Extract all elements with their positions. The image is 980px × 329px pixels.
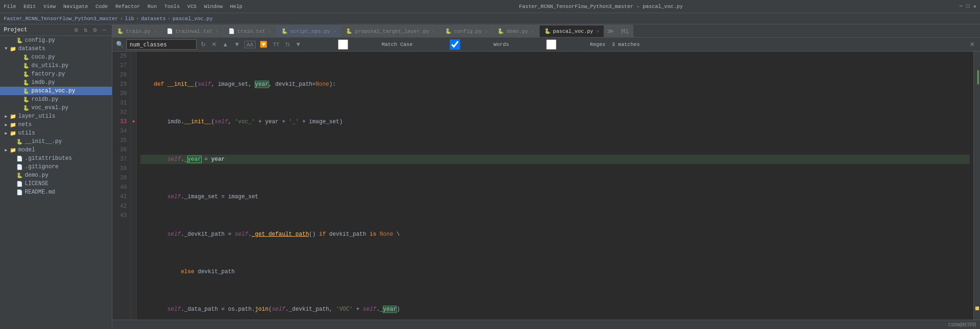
regex-text: Regex [590, 42, 606, 47]
sidebar-item-datasets[interactable]: ▼ 📁 datasets [0, 45, 112, 53]
sidebar-settings-icon[interactable]: ⚙ [73, 26, 80, 34]
search-prev-button[interactable]: ▲ [221, 40, 230, 49]
tab-close-pascal-voc-py[interactable]: ✕ [596, 29, 599, 34]
csdn-watermark: CSDN@程羽明 [948, 322, 976, 328]
search-match-word-button[interactable]: AA [244, 41, 256, 48]
regex-checkbox[interactable] [514, 39, 589, 50]
sidebar-item-demo-py[interactable]: 🐍 demo.py [0, 171, 112, 179]
sidebar-minus-icon[interactable]: ─ [101, 26, 108, 34]
python-file-icon: 🐍 [22, 80, 30, 86]
tab-close-config-py[interactable]: ✕ [485, 29, 488, 34]
search-close-find-button[interactable]: ✕ [210, 40, 218, 49]
sidebar-item-license[interactable]: 📄 LICENSE [0, 179, 112, 188]
search-bar: 🔍 ↻ ✕ ▲ ▼ AA 🔽 TT Tt ▼ Match Case [112, 37, 980, 52]
match-count: 3 matches [612, 42, 640, 47]
close-button[interactable]: ✕ [973, 3, 976, 9]
tab-close-train-py[interactable]: ✕ [154, 29, 157, 34]
file-icon: 📄 [16, 156, 23, 162]
code-line-26: def __init__(self, image_set, year, devk… [140, 80, 970, 89]
sidebar-panel: Project ⚙ ⇅ ⚙ ─ 🐍 config.py ▼ [0, 24, 112, 329]
tab-demo-py[interactable]: 🐍 demo.py ✕ [493, 25, 539, 37]
menu-file[interactable]: File [4, 4, 16, 9]
sidebar-item-model[interactable]: ▶ 📁 model [0, 146, 112, 154]
breadcrumb: Faster_RCNN_TensorFlow_Python3_master › … [0, 13, 980, 24]
tab-close-train-txt[interactable]: ✕ [269, 29, 271, 34]
words-label[interactable]: Words [417, 39, 509, 50]
python-file-icon: 🐍 [22, 63, 30, 69]
tab-close-proposal-target-layer-py[interactable]: ✕ [432, 29, 435, 34]
tab-extra-button[interactable]: Hi [617, 25, 633, 37]
tab-close-script-ops-py[interactable]: ✕ [333, 29, 336, 34]
words-checkbox[interactable] [417, 39, 492, 50]
tab-close-demo-py[interactable]: ✕ [532, 29, 534, 34]
search-filter-button[interactable]: 🔽 [258, 40, 269, 49]
sidebar-item-utils[interactable]: ▶ 📁 utils [0, 129, 112, 137]
regex-label[interactable]: Regex [514, 39, 606, 50]
sidebar-item-ds-utils-py[interactable]: 🐍 ds_utils.py [0, 61, 112, 70]
sidebar-expand-icon[interactable]: ⇅ [82, 26, 89, 34]
menu-vcs[interactable]: VCS [187, 4, 197, 9]
match-case-label[interactable]: Match Case [306, 39, 413, 50]
search-input[interactable] [126, 39, 197, 50]
menu-view[interactable]: View [44, 4, 56, 9]
sidebar-item-roidb-py[interactable]: 🐍 roidb.py [0, 95, 112, 104]
sidebar-item-init-py[interactable]: 🐍 __init__.py [0, 137, 112, 146]
folder-icon: 📁 [9, 46, 17, 52]
tab-pascal-voc-py[interactable]: 🐍 pascal_voc.py ✕ [540, 25, 605, 37]
sidebar-item-factory-py[interactable]: 🐍 factory.py [0, 70, 112, 78]
code-line-29: self._image_set = image_set [140, 192, 970, 202]
tab-close-trainval-txt[interactable]: ✕ [216, 29, 219, 34]
menu-navigate[interactable]: Navigate [63, 4, 88, 9]
search-filter3-button[interactable]: Tt [284, 41, 291, 48]
sidebar-item-pascal-voc-py[interactable]: 🐍 pascal_voc.py [0, 87, 112, 95]
file-icon: 📄 [16, 181, 23, 187]
sidebar-item-gitattributes[interactable]: 📄 .gitattributes [0, 154, 112, 163]
tab-overflow-menu[interactable]: ≫ [604, 25, 617, 37]
tab-proposal-target-layer-py[interactable]: 🐍 proposal_target_layer.py ✕ [341, 25, 440, 37]
menu-help[interactable]: Help [230, 4, 242, 9]
sidebar-item-layer-utils[interactable]: ▶ 📁 layer_utils [0, 112, 112, 120]
search-next-button[interactable]: ▼ [233, 40, 241, 49]
collapsed-arrow-icon: ▶ [3, 148, 9, 153]
menu-edit[interactable]: Edit [23, 4, 36, 9]
minimize-button[interactable]: ─ [959, 3, 963, 9]
match-case-checkbox[interactable] [306, 39, 380, 50]
python-file-icon: 🐍 [22, 71, 30, 77]
tab-config-py[interactable]: 🐍 config.py ✕ [440, 25, 493, 37]
search-filter2-button[interactable]: TT [271, 41, 280, 48]
python-file-icon: 🐍 [22, 88, 30, 94]
sidebar-tree: 🐍 config.py ▼ 📁 datasets 🐍 coco.py [0, 36, 112, 196]
search-filter-icon-button[interactable]: ▼ [294, 40, 303, 49]
tab-script-ops-py[interactable]: 🐍 script_ops.py ✕ [277, 25, 342, 37]
breadcrumb-datasets[interactable]: datasets [141, 16, 166, 22]
sidebar-item-config-py[interactable]: 🐍 config.py [0, 36, 112, 45]
folder-icon: 📁 [9, 122, 17, 128]
python-tab-icon: 🐍 [445, 28, 452, 34]
search-refresh-button[interactable]: ↻ [199, 40, 207, 49]
menu-code[interactable]: Code [95, 4, 108, 9]
menu-tools[interactable]: Tools [164, 4, 180, 9]
sidebar-item-coco-py[interactable]: 🐍 coco.py [0, 53, 112, 61]
error-gutter: ● [131, 52, 137, 320]
sidebar-item-voc-eval-py[interactable]: 🐍 voc_eval.py [0, 104, 112, 112]
sidebar-item-readme[interactable]: 📄 README.md [0, 188, 112, 196]
sidebar-gear-icon[interactable]: ⚙ [91, 26, 99, 34]
tab-train-py[interactable]: 🐍 train.py ✕ [112, 25, 162, 37]
code-editor[interactable]: 26 27 28 29 30 31 32 33 34 35 36 37 38 3… [112, 52, 980, 320]
sidebar-item-gitignore[interactable]: 📄 .gitignore [0, 163, 112, 171]
sidebar-item-nets[interactable]: ▶ 📁 nets [0, 120, 112, 129]
python-file-icon: 🐍 [22, 105, 30, 111]
code-content[interactable]: def __init__(self, image_set, year, devk… [137, 52, 973, 320]
scroll-indicator [973, 52, 980, 320]
menu-run[interactable]: Run [147, 4, 157, 9]
menu-window[interactable]: Window [204, 4, 223, 9]
tab-trainval-txt[interactable]: 📄 trainval.txt ✕ [162, 25, 224, 37]
menu-refactor[interactable]: Refactor [115, 4, 140, 9]
search-close-button[interactable]: ✕ [968, 40, 976, 49]
tab-train-txt[interactable]: 📄 train.txt ✕ [224, 25, 276, 37]
maximize-button[interactable]: □ [966, 3, 970, 9]
python-file-icon: 🐍 [16, 172, 23, 179]
breadcrumb-file[interactable]: pascal_voc.py [173, 16, 213, 22]
sidebar-item-imdb-py[interactable]: 🐍 imdb.py [0, 78, 112, 87]
breadcrumb-lib[interactable]: lib [125, 16, 134, 22]
